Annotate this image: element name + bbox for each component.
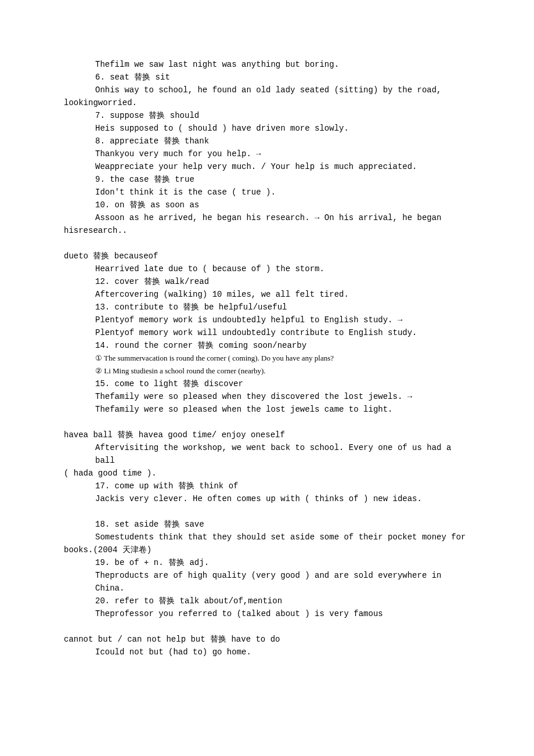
text-line: 13. contribute to 替换 be helpful/useful [64, 301, 470, 314]
text-line: Onhis way to school, he found an old lad… [64, 84, 470, 96]
text-line: 8. appreciate 替换 thank [64, 135, 470, 147]
text-line: 18. set aside 替换 save [64, 518, 470, 531]
text-line: 6. seat 替换 sit [64, 71, 470, 84]
text-line: havea ball 替换 havea good time/ enjoy one… [64, 429, 470, 441]
text-line: 20. refer to 替换 talk about/of,mention [64, 595, 470, 607]
text-line [64, 237, 470, 250]
text-line [64, 620, 470, 633]
text-line: lookingworried. [64, 96, 470, 109]
text-line: 7. suppose 替换 should [64, 109, 470, 122]
text-line: Weappreciate your help very much. / Your… [64, 160, 470, 173]
text-line: 10. on 替换 as soon as [64, 199, 470, 211]
text-line: Plentyof memory work will undoubtedly co… [64, 326, 470, 339]
text-line: Plentyof memory work is undoubtedly help… [64, 314, 470, 326]
text-line: Thefamily were so pleased when they disc… [64, 390, 470, 403]
text-line: cannot but / can not help but 替换 have to… [64, 633, 470, 646]
text-line: Hearrived late due to ( because of ) the… [64, 262, 470, 275]
text-line [64, 416, 470, 429]
text-line: Thankyou very much for you help. → [64, 147, 470, 160]
text-line: Thefilm we saw last night was anything b… [64, 58, 470, 71]
text-line: hisresearch.. [64, 224, 470, 237]
text-line: Assoon as he arrived, he began his resea… [64, 211, 470, 224]
text-line: Theproducts are of high quality (very go… [64, 569, 470, 595]
text-line: books.(2004 天津卷) [64, 543, 470, 556]
text-line: 19. be of + n. 替换 adj. [64, 556, 470, 569]
text-line: Heis supposed to ( should ) have driven … [64, 122, 470, 135]
text-line: Theprofessor you referred to (talked abo… [64, 607, 470, 620]
text-line: ② Li Ming studiesin a school round the c… [64, 365, 470, 377]
text-line: ( hada good time ). [64, 467, 470, 480]
text-line: 9. the case 替换 true [64, 173, 470, 186]
text-line: Somestudents think that they should set … [64, 531, 470, 543]
text-line: dueto 替换 becauseof [64, 250, 470, 262]
text-line: Jackis very clever. He often comes up wi… [64, 492, 470, 505]
text-line: 15. come to light 替换 discover [64, 377, 470, 390]
text-line: Icould not but (had to) go home. [64, 646, 470, 658]
text-line: Aftercovering (walking) 10 miles, we all… [64, 288, 470, 301]
text-line [64, 505, 470, 518]
text-line: 17. come up with 替换 think of [64, 480, 470, 492]
text-line: Thefamily were so pleased when the lost … [64, 403, 470, 416]
text-line: 12. cover 替换 walk/read [64, 275, 470, 288]
text-line: 14. round the corner 替换 coming soon/near… [64, 339, 470, 352]
text-line: Idon't think it is the case ( true ). [64, 186, 470, 199]
text-line: ① The summervacation is round the corner… [64, 352, 470, 365]
text-line: Aftervisiting the workshop, we went back… [64, 441, 470, 467]
document-page: Thefilm we saw last night was anything b… [0, 0, 534, 717]
